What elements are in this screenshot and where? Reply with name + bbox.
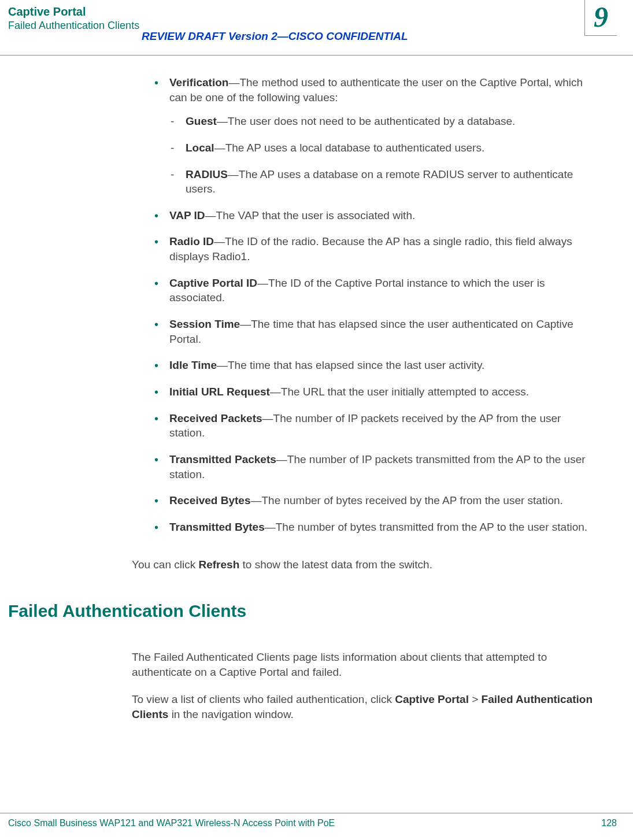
- desc: —The AP uses a database on a remote RADI…: [186, 168, 573, 195]
- refresh-paragraph: You can click Refresh to show the latest…: [0, 546, 633, 572]
- header-left: Captive Portal Failed Authentication Cli…: [8, 5, 139, 33]
- p2-b1: Captive Portal: [395, 693, 469, 705]
- desc: —The time that has elapsed since the las…: [217, 359, 484, 371]
- list-item-vapid: VAP ID—The VAP that the user is associat…: [153, 208, 598, 223]
- term: Received Packets: [169, 412, 262, 424]
- term: Captive Portal ID: [169, 277, 257, 289]
- footer-page-number: 128: [601, 813, 617, 828]
- refresh-post: to show the latest data from the switch.: [239, 558, 432, 571]
- term: Transmitted Packets: [169, 453, 276, 465]
- desc: —The method used to authenticate the use…: [169, 76, 583, 103]
- review-draft-label: REVIEW DRAFT Version 2—CISCO CONFIDENTIA…: [142, 30, 408, 43]
- term: Received Bytes: [169, 494, 250, 506]
- p2-pre: To view a list of clients who failed aut…: [132, 693, 395, 705]
- chapter-number-box: 9: [584, 0, 617, 36]
- section-heading: Failed Authentication Clients: [0, 601, 633, 621]
- desc: —The VAP that the user is associated wit…: [205, 209, 416, 221]
- field-list: Verification—The method used to authenti…: [153, 75, 598, 534]
- desc: —The URL that the user initially attempt…: [270, 386, 529, 398]
- list-item-cpid: Captive Portal ID—The ID of the Captive …: [153, 276, 598, 305]
- refresh-bold: Refresh: [198, 558, 239, 571]
- refresh-pre: You can click: [132, 558, 198, 571]
- list-item-session: Session Time—The time that has elapsed s…: [153, 317, 598, 346]
- body-content: Verification—The method used to authenti…: [0, 58, 633, 534]
- term: Verification: [169, 76, 228, 88]
- desc: —The ID of the radio. Because the AP has…: [169, 235, 572, 262]
- list-item-rpkts: Received Packets—The number of IP packet…: [153, 411, 598, 441]
- chapter-number: 9: [585, 0, 617, 34]
- list-item-rbytes: Received Bytes—The number of bytes recei…: [153, 493, 598, 508]
- section-para-1: The Failed Authenticated Clients page li…: [132, 650, 598, 679]
- list-item-url: Initial URL Request—The URL that the use…: [153, 384, 598, 399]
- header-title: Captive Portal: [8, 5, 139, 18]
- header-rule: [0, 55, 633, 55]
- list-item-guest: Guest—The user does not need to be authe…: [169, 114, 598, 129]
- desc: —The number of bytes transmitted from th…: [265, 521, 587, 533]
- list-item-tpkts: Transmitted Packets—The number of IP pac…: [153, 452, 598, 482]
- section-body: The Failed Authenticated Clients page li…: [0, 638, 633, 722]
- term: Guest: [186, 115, 217, 127]
- term: Radio ID: [169, 235, 214, 247]
- desc: —The AP uses a local database to authent…: [214, 142, 485, 154]
- term: Initial URL Request: [169, 386, 270, 398]
- list-item-verification: Verification—The method used to authenti…: [153, 75, 598, 197]
- desc: —The user does not need to be authentica…: [217, 115, 516, 127]
- term: Transmitted Bytes: [169, 521, 265, 533]
- refresh-text: You can click Refresh to show the latest…: [132, 557, 598, 572]
- list-item-local: Local—The AP uses a local database to au…: [169, 140, 598, 156]
- list-item-tbytes: Transmitted Bytes—The number of bytes tr…: [153, 520, 598, 535]
- term: Session Time: [169, 318, 240, 330]
- footer-left: Cisco Small Business WAP121 and WAP321 W…: [8, 813, 335, 828]
- list-item-radius: RADIUS—The AP uses a database on a remot…: [169, 167, 598, 197]
- list-item-radioid: Radio ID—The ID of the radio. Because th…: [153, 234, 598, 264]
- term: RADIUS: [186, 168, 228, 180]
- p2-mid: >: [469, 693, 482, 705]
- term: Local: [186, 142, 214, 154]
- page-header: Captive Portal Failed Authentication Cli…: [0, 0, 633, 58]
- sublist-verification: Guest—The user does not need to be authe…: [169, 114, 598, 197]
- list-item-idle: Idle Time—The time that has elapsed sinc…: [153, 358, 598, 373]
- p2-post: in the navigation window.: [168, 708, 294, 720]
- page-footer: Cisco Small Business WAP121 and WAP321 W…: [0, 813, 633, 828]
- term: VAP ID: [169, 209, 205, 221]
- term: Idle Time: [169, 359, 217, 371]
- section-para-2: To view a list of clients who failed aut…: [132, 692, 598, 721]
- desc: —The number of bytes received by the AP …: [250, 494, 562, 506]
- header-subtitle: Failed Authentication Clients: [8, 18, 139, 33]
